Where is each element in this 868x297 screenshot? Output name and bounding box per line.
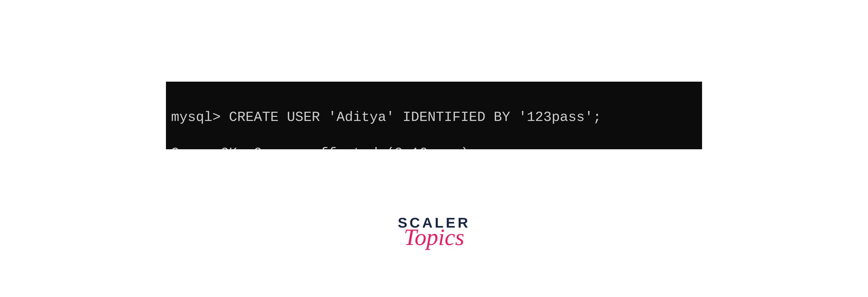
mysql-terminal: mysql> CREATE USER 'Aditya' IDENTIFIED B…	[166, 81, 702, 149]
terminal-output-line: Query OK, 0 rows affected (0.16 sec)	[171, 144, 697, 149]
scaler-topics-logo: SCALER Topics	[398, 216, 470, 249]
terminal-command-line: mysql> CREATE USER 'Aditya' IDENTIFIED B…	[171, 108, 697, 126]
logo-topics-text: Topics	[398, 225, 470, 249]
